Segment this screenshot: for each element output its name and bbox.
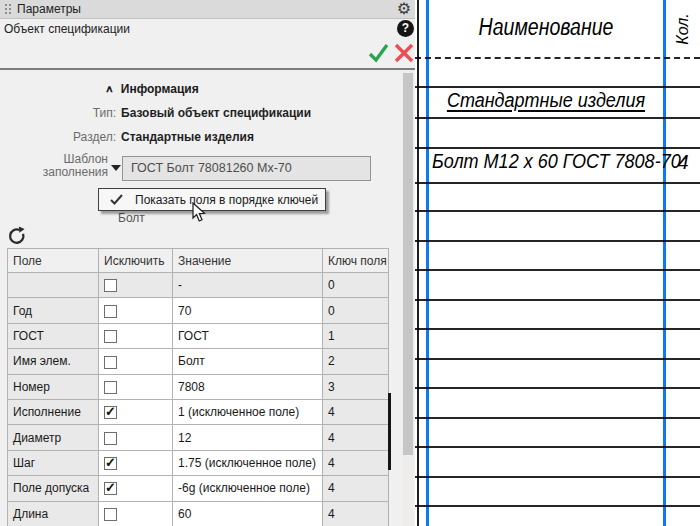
spec-row-line (415, 387, 700, 389)
exclude-cell (99, 476, 173, 501)
value-cell[interactable]: 60 (173, 501, 323, 526)
fields-table: Поле Исключить Значение Ключ поля - 0 Го… (7, 248, 389, 526)
cancel-button[interactable] (393, 42, 415, 64)
key-cell: 3 (323, 374, 389, 399)
type-label: Тип: (0, 106, 116, 120)
table-row: ГОСТ ГОСТ 1 (8, 323, 389, 348)
refresh-button[interactable] (7, 226, 26, 245)
spec-header-dashed-line (415, 57, 700, 59)
tree-item-bolt[interactable]: Болт (118, 211, 145, 225)
field-name-cell[interactable]: Исполнение (8, 399, 99, 424)
col-header-value[interactable]: Значение (173, 249, 323, 273)
type-value: Базовый объект спецификации (121, 106, 311, 120)
col-header-exclude[interactable]: Исключить (99, 249, 173, 273)
table-row: Имя элем. Болт 2 (8, 349, 389, 374)
spec-section-title[interactable]: Стандартные изделия (441, 89, 652, 112)
spec-row-line (415, 328, 700, 330)
field-name-cell[interactable]: ГОСТ (8, 323, 99, 348)
mouse-cursor-icon (192, 202, 207, 227)
drag-grip-icon[interactable] (4, 3, 12, 16)
value-cell[interactable]: 12 (173, 425, 323, 450)
table-scroll-indicator[interactable] (388, 393, 391, 470)
exclude-checkbox[interactable] (104, 305, 117, 318)
exclude-checkbox[interactable] (104, 406, 117, 419)
key-cell: 4 (323, 501, 389, 526)
exclude-checkbox[interactable] (104, 432, 117, 445)
table-row: Шаг 1.75 (исключенное поле) 4 (8, 450, 389, 475)
exclude-checkbox[interactable] (104, 279, 117, 292)
value-cell[interactable]: 1 (исключенное поле) (173, 399, 323, 424)
table-row: Номер 7808 3 (8, 374, 389, 399)
exclude-cell (99, 374, 173, 399)
info-section-header[interactable]: ∧Информация (105, 82, 199, 96)
exclude-cell (99, 273, 173, 298)
exclude-cell (99, 425, 173, 450)
spec-item-name[interactable]: Болт М12 х 60 ГОСТ 7808-70 (432, 149, 681, 173)
value-cell[interactable]: 70 (173, 298, 323, 323)
refresh-icon (7, 226, 26, 245)
value-cell[interactable]: -6g (исключенное поле) (173, 476, 323, 501)
key-cell: 1 (323, 323, 389, 348)
specification-sheet[interactable]: Наименование Кол. Стандартные изделия Бо… (415, 0, 700, 526)
spec-col-header-qty-wrap: Кол. (666, 0, 700, 57)
info-section-label: Информация (121, 82, 199, 96)
value-cell[interactable]: ГОСТ (173, 323, 323, 348)
parameters-panel: Параметры ⚙ Объект спецификации ? ∧Инфор… (0, 0, 415, 526)
key-cell: 4 (323, 399, 389, 424)
exclude-checkbox[interactable] (104, 381, 117, 394)
value-cell[interactable]: 7808 (173, 374, 323, 399)
field-name-cell[interactable] (8, 273, 99, 298)
value-cell[interactable]: - (173, 273, 323, 298)
field-name-cell[interactable]: Длина (8, 501, 99, 526)
confirm-button[interactable] (367, 42, 390, 64)
table-row: Длина 60 4 (8, 501, 389, 526)
spec-row-line (415, 358, 700, 360)
col-header-key[interactable]: Ключ поля (323, 249, 389, 273)
panel-scrollbar-thumb[interactable] (403, 73, 413, 455)
spec-col-header-qty: Кол. (674, 13, 692, 44)
exclude-cell (99, 323, 173, 348)
table-row: Поле допуска -6g (исключенное поле) 4 (8, 476, 389, 501)
spec-item-qty[interactable]: 4 (666, 151, 700, 174)
value-cell[interactable]: Болт (173, 349, 323, 374)
field-name-cell[interactable]: Имя элем. (8, 349, 99, 374)
check-icon (367, 42, 390, 64)
panel-title: Параметры (17, 0, 81, 19)
field-name-cell[interactable]: Год (8, 298, 99, 323)
spec-row-line (415, 505, 700, 507)
spec-row-line (415, 182, 700, 184)
gear-icon[interactable]: ⚙ (397, 0, 411, 19)
section-label: Раздел: (0, 130, 116, 144)
panel-titlebar[interactable]: Параметры ⚙ (0, 0, 415, 19)
section-divider (0, 68, 415, 70)
chevron-up-icon: ∧ (105, 83, 114, 94)
key-cell: 4 (323, 476, 389, 501)
field-name-cell[interactable]: Поле допуска (8, 476, 99, 501)
spec-row-line (415, 86, 700, 88)
field-name-cell[interactable]: Шаг (8, 450, 99, 475)
field-name-cell[interactable]: Диаметр (8, 425, 99, 450)
menu-check-icon (110, 191, 124, 209)
exclude-checkbox[interactable] (104, 508, 117, 521)
exclude-checkbox[interactable] (104, 356, 117, 369)
exclude-checkbox[interactable] (104, 482, 117, 495)
value-cell[interactable]: 1.75 (исключенное поле) (173, 450, 323, 475)
exclude-checkbox[interactable] (104, 457, 117, 470)
spec-row-line (415, 299, 700, 301)
table-row: Год 70 0 (8, 298, 389, 323)
close-icon (393, 42, 415, 64)
field-name-cell[interactable]: Номер (8, 374, 99, 399)
key-cell: 0 (323, 273, 389, 298)
key-cell: 2 (323, 349, 389, 374)
help-icon[interactable]: ? (397, 20, 414, 37)
exclude-cell (99, 298, 173, 323)
exclude-checkbox[interactable] (104, 330, 117, 343)
menu-item-show-fields-by-keys[interactable]: Показать поля в порядке ключей (135, 193, 318, 207)
template-label: Шаблон заполнения (38, 153, 108, 179)
col-header-field[interactable]: Поле (8, 249, 99, 273)
chevron-down-icon[interactable] (111, 165, 121, 171)
spec-row-line (415, 117, 700, 119)
spec-row-line (415, 476, 700, 478)
exclude-cell (99, 349, 173, 374)
template-input[interactable]: ГОСТ Болт 78081260 Мх-70 (122, 156, 371, 181)
